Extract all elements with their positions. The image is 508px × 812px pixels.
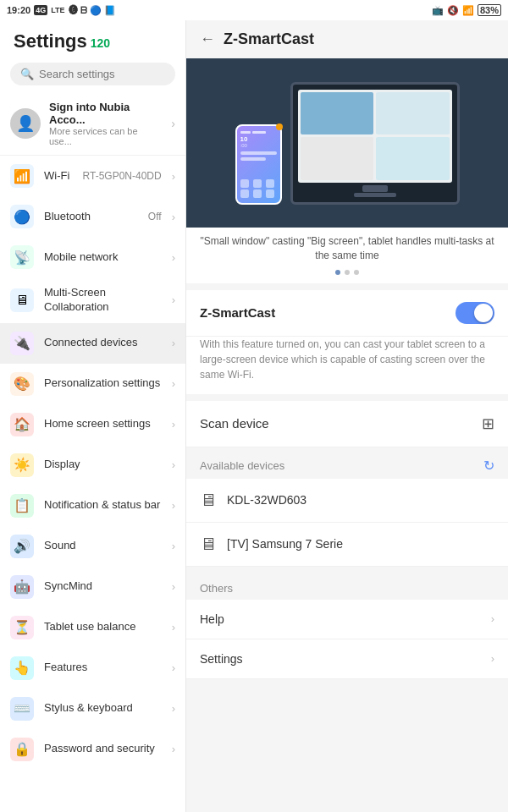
sidebar-item-syncmind[interactable]: 🤖SyncMind› xyxy=(0,567,185,607)
account-row[interactable]: 👤 Sign into Nubia Acco... More services … xyxy=(0,92,185,156)
status-bar: 19:20 4G LTE 🅖 ᗷ 🔵 📘 📺 🔇 📶 83% xyxy=(0,0,508,20)
tablet-balance-icon: ⏳ xyxy=(10,616,34,639)
dot-1[interactable] xyxy=(335,270,340,275)
wifi-icon: 📶 xyxy=(10,164,34,188)
stylus-icon: ⌨️ xyxy=(10,697,34,721)
wifi-arrow-icon: › xyxy=(172,170,175,183)
tablet-balance-label: Tablet use balance xyxy=(44,620,162,634)
sidebar-header: Settings 120 xyxy=(0,20,185,56)
bluetooth-value: Off xyxy=(148,211,162,222)
sidebar-item-mobile-network[interactable]: 📡Mobile network› xyxy=(0,237,185,277)
sidebar-item-notification[interactable]: 📋Notification & status bar› xyxy=(0,486,185,526)
main-layout: Settings 120 🔍 👤 Sign into Nubia Acco...… xyxy=(0,20,508,812)
home-screen-icon: 🏠 xyxy=(10,413,34,436)
others-section: Others Help › Settings › xyxy=(186,573,508,679)
phone-dot xyxy=(276,123,283,130)
battery-icon: 83% xyxy=(478,4,501,16)
content-header: ← Z-SmartCast xyxy=(186,20,508,58)
account-text: Sign into Nubia Acco... More services ca… xyxy=(49,101,163,146)
personalization-arrow-icon: › xyxy=(172,377,175,390)
zsmartcast-toggle[interactable] xyxy=(456,302,494,324)
sound-arrow-icon: › xyxy=(172,540,175,552)
syncmind-arrow-icon: › xyxy=(172,580,175,593)
mobile-network-label: Mobile network xyxy=(44,250,162,265)
home-screen-label: Home screen settings xyxy=(44,417,162,431)
connected-devices-arrow-icon: › xyxy=(172,337,175,349)
account-subtitle: More services can be use... xyxy=(49,126,163,146)
tablet-balance-arrow-icon: › xyxy=(172,621,175,634)
cast-icon: 📺 xyxy=(432,5,444,16)
password-icon: 🔒 xyxy=(10,738,34,761)
sidebar-item-password[interactable]: 🔒Password and security› xyxy=(0,729,185,770)
sidebar-item-display[interactable]: ☀️Display› xyxy=(0,445,185,486)
multi-screen-icon: 🖥 xyxy=(10,288,34,312)
sidebar-item-home-screen[interactable]: 🏠Home screen settings› xyxy=(0,404,185,445)
monitor-mockup xyxy=(290,82,460,205)
refresh-icon[interactable]: ↻ xyxy=(483,458,494,474)
search-input[interactable] xyxy=(39,68,165,80)
settings-item[interactable]: Settings › xyxy=(186,639,508,679)
sound-label: Sound xyxy=(44,539,162,553)
status-right: 📺 🔇 📶 83% xyxy=(432,4,501,16)
status-time: 19:20 xyxy=(7,5,30,15)
scan-icon: ⊞ xyxy=(482,414,494,433)
display-arrow-icon: › xyxy=(172,458,175,471)
sidebar-item-stylus[interactable]: ⌨️Stylus & keyboard› xyxy=(0,689,185,729)
device-name-1: KDL-32WD603 xyxy=(227,493,306,507)
sidebar-item-connected-devices[interactable]: 🔌Connected devices› xyxy=(0,323,185,364)
display-label: Display xyxy=(44,458,162,472)
sidebar-item-multi-screen[interactable]: 🖥Multi-Screen Collaboration› xyxy=(0,277,185,323)
available-devices-label: Available devices xyxy=(200,459,284,472)
dot-2[interactable] xyxy=(345,270,350,275)
sidebar-items: 📶Wi-FiRT-5GP0N-40DD›🔵BluetoothOff›📡Mobil… xyxy=(0,156,185,770)
mobile-network-icon: 📡 xyxy=(10,245,34,269)
features-arrow-icon: › xyxy=(172,661,175,674)
wifi-value: RT-5GP0N-40DD xyxy=(83,170,162,182)
monitor-icon-1: 🖥 xyxy=(200,491,217,510)
sidebar-item-sound[interactable]: 🔊Sound› xyxy=(0,526,185,567)
personalization-label: Personalization settings xyxy=(44,376,162,391)
sidebar-item-bluetooth[interactable]: 🔵BluetoothOff› xyxy=(0,196,185,237)
sidebar-item-personalization[interactable]: 🎨Personalization settings› xyxy=(0,364,185,404)
back-button[interactable]: ← xyxy=(200,30,215,48)
display-icon: ☀️ xyxy=(10,453,34,477)
search-icon: 🔍 xyxy=(20,68,34,80)
carousel-dots xyxy=(186,270,508,283)
connected-devices-icon: 🔌 xyxy=(10,332,34,355)
password-arrow-icon: › xyxy=(172,743,175,755)
features-icon: 👆 xyxy=(10,656,34,680)
stylus-arrow-icon: › xyxy=(172,702,175,715)
help-item[interactable]: Help › xyxy=(186,600,508,639)
account-arrow-icon: › xyxy=(171,117,175,130)
wifi-icon: 📶 xyxy=(462,5,474,16)
device-item-2[interactable]: 🖥 [TV] Samsung 7 Serie xyxy=(186,523,508,567)
dot-3[interactable] xyxy=(354,270,359,275)
scan-row[interactable]: Scan device ⊞ xyxy=(186,401,508,447)
multi-screen-arrow-icon: › xyxy=(172,294,175,306)
connected-devices-label: Connected devices xyxy=(44,336,162,350)
content-panel: ← Z-SmartCast 10 :00 xyxy=(186,20,508,812)
sidebar: Settings 120 🔍 👤 Sign into Nubia Acco...… xyxy=(0,20,186,812)
settings-label: Settings xyxy=(200,652,243,666)
toggle-description: With this feature turned on, you can cas… xyxy=(186,337,508,401)
sound-icon: 🔊 xyxy=(10,535,34,558)
avatar: 👤 xyxy=(10,108,41,139)
status-lte: LTE xyxy=(51,6,64,14)
notification-label: Notification & status bar xyxy=(44,498,162,513)
phone-mockup: 10 :00 xyxy=(235,124,282,205)
personalization-icon: 🎨 xyxy=(10,372,34,396)
sidebar-version: 120 xyxy=(91,36,110,50)
sidebar-item-tablet-balance[interactable]: ⏳Tablet use balance› xyxy=(0,607,185,648)
features-label: Features xyxy=(44,661,162,675)
sidebar-item-wifi[interactable]: 📶Wi-FiRT-5GP0N-40DD› xyxy=(0,156,185,196)
syncmind-icon: 🤖 xyxy=(10,575,34,599)
search-box[interactable]: 🔍 xyxy=(10,63,175,85)
sidebar-item-features[interactable]: 👆Features› xyxy=(0,648,185,689)
device-item-1[interactable]: 🖥 KDL-32WD603 xyxy=(186,479,508,523)
device-list: 🖥 KDL-32WD603 🖥 [TV] Samsung 7 Serie xyxy=(186,479,508,567)
bluetooth-arrow-icon: › xyxy=(172,211,175,223)
toggle-label: Z-SmartCast xyxy=(200,305,275,320)
status-left: 19:20 4G LTE 🅖 ᗷ 🔵 📘 xyxy=(7,5,116,16)
password-label: Password and security xyxy=(44,742,162,756)
syncmind-label: SyncMind xyxy=(44,579,162,594)
